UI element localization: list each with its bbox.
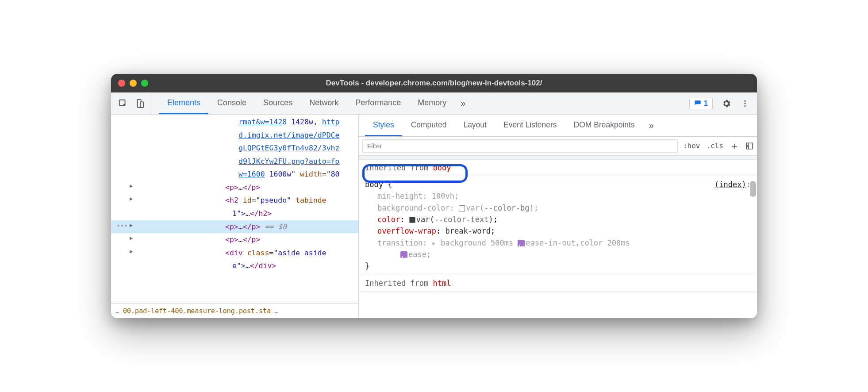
breadcrumb[interactable]: … 00.pad-left-400.measure-long.post.sta … xyxy=(111,303,358,318)
traffic-lights xyxy=(118,80,148,87)
row-actions-icon[interactable]: ••• xyxy=(115,221,130,231)
styles-filter-input[interactable] xyxy=(362,139,678,153)
tab-performance[interactable]: Performance xyxy=(347,92,409,114)
settings-icon[interactable] xyxy=(722,99,731,108)
expand-arrow-icon[interactable]: ▶ xyxy=(130,221,137,230)
dom-tree[interactable]: rmat&w=1428 1428w, http d.imgix.net/imag… xyxy=(111,115,358,303)
cls-toggle[interactable]: .cls xyxy=(706,142,723,150)
close-icon[interactable] xyxy=(118,80,125,87)
dom-node-h2[interactable]: ▶<h2 id="pseudo" tabinde xyxy=(111,194,358,207)
inherited-header[interactable]: Inherited from html xyxy=(359,275,757,292)
color-swatch-icon[interactable] xyxy=(459,205,465,211)
breadcrumb-path[interactable]: 00.pad-left-400.measure-long.post.sta xyxy=(123,307,271,315)
tab-sources[interactable]: Sources xyxy=(255,92,300,114)
sidebar-tabs-overflow-icon[interactable]: » xyxy=(644,120,659,131)
hov-toggle[interactable]: :hov xyxy=(683,142,700,150)
scrollbar-thumb[interactable] xyxy=(750,181,756,197)
issues-count: 1 xyxy=(704,100,708,108)
dom-url-frag[interactable]: d.imgix.net/image/dPDCe xyxy=(238,131,339,139)
tabs-overflow-icon[interactable]: » xyxy=(455,98,471,108)
tab-layout[interactable]: Layout xyxy=(455,115,495,136)
device-toggle-icon[interactable] xyxy=(135,99,145,108)
elements-panel: rmat&w=1428 1428w, http d.imgix.net/imag… xyxy=(111,115,359,318)
svg-point-3 xyxy=(744,100,745,101)
css-selector[interactable]: body xyxy=(365,180,383,189)
new-rule-icon[interactable]: ＋ xyxy=(730,139,739,153)
tab-console[interactable]: Console xyxy=(209,92,254,114)
dom-node-selected[interactable]: •••▶<p>…</p> == $0 xyxy=(111,220,358,234)
expand-arrow-icon[interactable]: ▶ xyxy=(130,195,137,203)
main-toolbar: Elements Console Sources Network Perform… xyxy=(111,92,757,115)
inspect-icon[interactable] xyxy=(118,99,128,108)
inherited-header[interactable]: Inherited from body xyxy=(359,160,757,176)
css-declaration-cont[interactable]: ease; xyxy=(365,249,751,260)
issues-badge[interactable]: 1 xyxy=(689,98,713,109)
dom-url-frag[interactable]: gLQPGtEG3y0fTn4v82/3vhz xyxy=(238,144,339,152)
panel-body: rmat&w=1428 1428w, http d.imgix.net/imag… xyxy=(111,115,757,318)
titlebar: DevTools - developer.chrome.com/blog/new… xyxy=(111,74,757,92)
dom-url-frag[interactable]: d9lJKcYw2FU.png?auto=fo xyxy=(238,157,339,165)
css-rule[interactable]: body { (index): min-height: 100vh; backg… xyxy=(359,176,757,275)
tab-dom-breakpoints[interactable]: DOM Breakpoints xyxy=(566,115,643,136)
maximize-icon[interactable] xyxy=(141,80,148,87)
section-separator xyxy=(359,155,757,160)
breadcrumb-ellipsis: … xyxy=(115,307,119,315)
css-declaration[interactable]: overflow-wrap: break-word; xyxy=(365,225,751,237)
panel-tabs: Elements Console Sources Network Perform… xyxy=(156,92,682,114)
dom-url-frag[interactable]: http xyxy=(322,118,340,126)
tab-event-listeners[interactable]: Event Listeners xyxy=(495,115,565,136)
expand-arrow-icon[interactable]: ▶ xyxy=(130,234,137,242)
styles-sidebar: Styles Computed Layout Event Listeners D… xyxy=(359,115,757,318)
dom-node-p[interactable]: ▶<p>…</p> xyxy=(111,181,358,194)
window-title: DevTools - developer.chrome.com/blog/new… xyxy=(326,79,542,88)
expand-arrow-icon[interactable]: ▶ xyxy=(130,182,137,190)
tab-memory[interactable]: Memory xyxy=(410,92,454,114)
dom-node-p[interactable]: ▶<p>…</p> xyxy=(111,233,358,246)
css-declaration[interactable]: min-height: 100vh; xyxy=(365,190,751,202)
toolbar-right: 1 xyxy=(686,98,750,109)
source-link[interactable]: (index) xyxy=(714,180,746,189)
sidebar-tabs: Styles Computed Layout Event Listeners D… xyxy=(359,115,757,137)
kebab-icon[interactable] xyxy=(740,99,750,108)
dom-node-div[interactable]: ▶<div class="aside aside xyxy=(111,246,358,260)
css-declaration[interactable]: transition: ▸ background 500ms ease-in-o… xyxy=(365,237,751,249)
svg-point-4 xyxy=(744,103,745,104)
rendering-toggle-icon[interactable] xyxy=(745,142,753,150)
tab-computed[interactable]: Computed xyxy=(403,115,455,136)
tab-network[interactable]: Network xyxy=(301,92,346,114)
bezier-icon[interactable] xyxy=(400,251,407,258)
devtools-window: DevTools - developer.chrome.com/blog/new… xyxy=(111,74,757,318)
css-declaration[interactable]: background-color: var(--color-bg); xyxy=(365,202,751,214)
styles-pane[interactable]: Inherited from body body { (index): min-… xyxy=(359,155,757,318)
svg-point-5 xyxy=(744,105,745,107)
breadcrumb-ellipsis: … xyxy=(274,307,278,315)
color-swatch-icon[interactable] xyxy=(409,217,415,223)
styles-filter-bar: :hov .cls ＋ xyxy=(359,137,757,155)
bezier-icon[interactable] xyxy=(518,240,525,247)
expand-arrow-icon[interactable]: ▶ xyxy=(130,247,137,256)
dom-url-frag[interactable]: w=1600 xyxy=(238,170,265,178)
svg-rect-2 xyxy=(140,102,143,108)
toolbar-left-icons xyxy=(118,92,152,114)
dom-url-frag[interactable]: rmat&w=1428 xyxy=(238,118,287,126)
minimize-icon[interactable] xyxy=(130,80,137,87)
tab-styles[interactable]: Styles xyxy=(365,115,402,136)
css-declaration[interactable]: color: var(--color-text); xyxy=(365,214,751,225)
tab-elements[interactable]: Elements xyxy=(159,92,208,114)
